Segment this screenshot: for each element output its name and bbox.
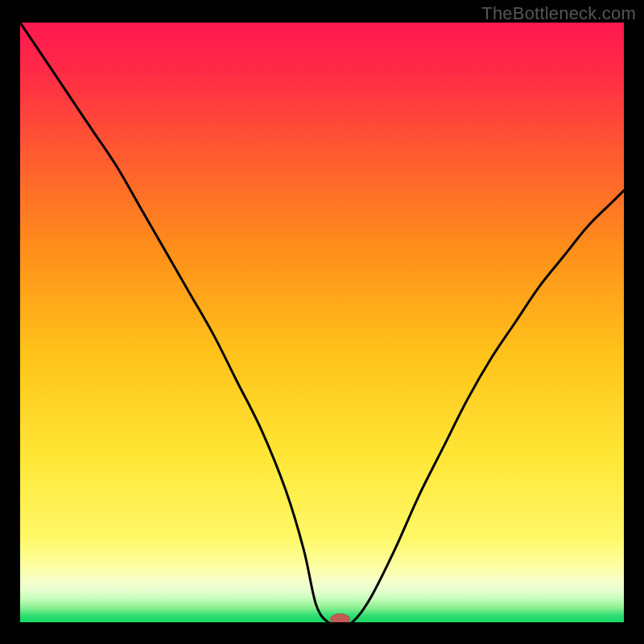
gradient-background	[20, 23, 624, 622]
watermark-text: TheBottleneck.com	[481, 3, 636, 24]
optimal-marker	[331, 614, 350, 625]
chart-frame: TheBottleneck.com	[0, 0, 644, 644]
bottleneck-chart	[0, 0, 644, 644]
